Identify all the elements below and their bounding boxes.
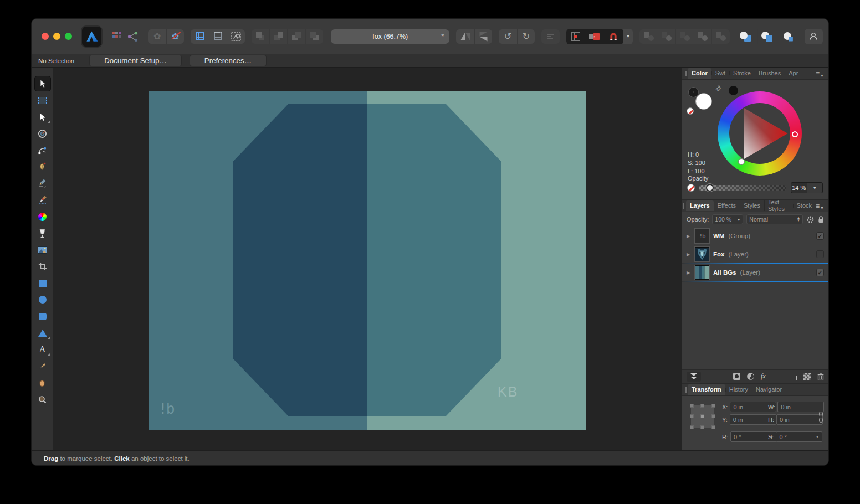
alignment-button[interactable]: [541, 29, 559, 44]
tab-brushes[interactable]: Brushes: [755, 68, 785, 79]
flip-horizontal-button[interactable]: [456, 29, 474, 44]
preferences-button[interactable]: Preferences…: [190, 55, 267, 66]
snapping-toggle-button[interactable]: [604, 29, 623, 44]
visibility-checkbox[interactable]: [816, 250, 824, 258]
rotate-cw-button[interactable]: ↻: [517, 29, 535, 44]
snap-grid-button[interactable]: [566, 29, 585, 44]
w-input[interactable]: 0 in: [777, 402, 824, 412]
layer-thumbnail[interactable]: !b: [695, 229, 709, 243]
designer-persona-button[interactable]: [82, 27, 101, 47]
style-picker-button[interactable]: ✿: [148, 29, 166, 44]
disclosure-icon[interactable]: ▶: [687, 234, 691, 239]
snap-options-dropdown[interactable]: ▼: [623, 29, 633, 44]
disclosure-icon[interactable]: ▶: [687, 252, 691, 257]
show-grid-button[interactable]: [191, 29, 208, 44]
picked-color-swatch[interactable]: [729, 86, 738, 95]
no-fill-icon[interactable]: [687, 107, 694, 115]
panel-menu-button[interactable]: ≡ ▼: [816, 70, 828, 78]
layer-row-fox[interactable]: ▶ Fox (Layer: [682, 245, 828, 264]
ellipse-tool[interactable]: [35, 292, 50, 307]
layer-name[interactable]: Fox: [713, 251, 724, 258]
fill-stroke-selector[interactable]: ⇄: [687, 86, 720, 114]
blend-mode-dropdown[interactable]: Normal ▲▼: [746, 214, 803, 224]
bool-divide-button[interactable]: [711, 29, 729, 44]
swap-colors-icon[interactable]: ⇄: [713, 83, 723, 93]
mask-layer-icon[interactable]: [733, 373, 740, 380]
artistic-text-tool[interactable]: A: [35, 342, 50, 357]
gear-icon[interactable]: [806, 215, 815, 224]
view-tool[interactable]: [35, 376, 50, 390]
layer-effects-button[interactable]: fx: [761, 372, 766, 380]
panel-grip[interactable]: [682, 203, 686, 209]
tab-swatches[interactable]: Swt: [711, 68, 729, 79]
panel-grip[interactable]: [682, 387, 688, 393]
move-to-front-button[interactable]: [252, 29, 269, 44]
vector-brush-tool[interactable]: [35, 193, 50, 207]
fill-swatch[interactable]: [695, 93, 712, 110]
visibility-checkbox[interactable]: ✓: [816, 232, 824, 240]
triangle-tool[interactable]: [35, 326, 50, 340]
bool-subtract-button[interactable]: [658, 29, 675, 44]
move-to-back-button[interactable]: [305, 29, 323, 44]
tab-text-styles[interactable]: Text Styles: [764, 197, 793, 214]
color-picker-tool[interactable]: [35, 359, 50, 373]
move-backward-button[interactable]: [287, 29, 305, 44]
tab-stroke[interactable]: Stroke: [729, 68, 755, 79]
tab-transform[interactable]: Transform: [688, 384, 725, 395]
opacity-slider-handle[interactable]: [706, 184, 714, 192]
layer-name[interactable]: All BGs: [713, 269, 736, 276]
document-setup-button[interactable]: Document Setup…: [89, 55, 182, 66]
panel-grip[interactable]: [682, 71, 688, 76]
layer-thumbnail[interactable]: [695, 265, 709, 280]
tab-effects[interactable]: Effects: [714, 200, 740, 211]
anchor-point-selector[interactable]: [691, 405, 714, 428]
link-dimensions-icon[interactable]: [819, 412, 823, 423]
tab-stock[interactable]: Stock: [793, 200, 816, 211]
insert-behind-button[interactable]: [736, 29, 754, 44]
adjustment-layer-icon[interactable]: [747, 373, 754, 380]
tab-appearance[interactable]: Apr: [785, 68, 802, 79]
bool-intersect-button[interactable]: [675, 29, 693, 44]
node-tool[interactable]: [35, 110, 50, 124]
flip-vertical-button[interactable]: [474, 29, 492, 44]
corner-tool[interactable]: [35, 143, 50, 157]
select-shapes-button[interactable]: [227, 29, 244, 44]
stroke-swatch[interactable]: [689, 88, 698, 97]
pixel-grid-button[interactable]: [209, 29, 227, 44]
h-input[interactable]: 0 in: [776, 414, 823, 425]
layer-name[interactable]: WM: [713, 233, 724, 239]
move-tool[interactable]: [35, 76, 50, 91]
layer-thumbnail[interactable]: [695, 247, 709, 261]
layer-row-wm[interactable]: ▶ !b WM (Group) ✓: [682, 227, 828, 245]
rectangle-tool[interactable]: [35, 276, 50, 290]
tab-navigator[interactable]: Navigator: [752, 384, 786, 395]
tab-color[interactable]: Color: [688, 68, 711, 79]
zoom-tool[interactable]: [35, 392, 50, 407]
move-by-pixels-button[interactable]: →: [585, 29, 604, 44]
tab-styles[interactable]: Styles: [740, 200, 764, 211]
lock-icon[interactable]: [818, 215, 824, 223]
fill-tool[interactable]: [35, 209, 50, 224]
trash-icon[interactable]: [817, 373, 824, 380]
pixel-persona-button[interactable]: [108, 29, 125, 44]
saturation-lightness-triangle[interactable]: [729, 103, 790, 164]
bool-add-button[interactable]: [639, 29, 657, 44]
vector-crop-tool[interactable]: [35, 259, 50, 274]
bool-xor-button[interactable]: [694, 29, 711, 44]
close-button[interactable]: [42, 33, 49, 40]
visibility-checkbox[interactable]: ✓: [816, 269, 824, 276]
tab-history[interactable]: History: [725, 384, 752, 395]
opacity-value-box[interactable]: 14 % ▼: [791, 182, 823, 193]
new-layer-icon[interactable]: [791, 373, 797, 380]
tab-layers[interactable]: Layers: [686, 200, 713, 211]
document-canvas[interactable]: !b KB: [149, 91, 586, 430]
pen-tool[interactable]: [35, 160, 50, 174]
no-opacity-icon[interactable]: [687, 184, 695, 192]
canvas-viewport[interactable]: !b KB: [53, 68, 682, 450]
zoom-window-button[interactable]: [65, 33, 72, 40]
pencil-tool[interactable]: [35, 176, 50, 191]
sl-selector[interactable]: [738, 158, 745, 165]
opacity-slider[interactable]: [699, 185, 786, 191]
insert-on-top-button[interactable]: [757, 29, 775, 44]
panel-menu-button[interactable]: ≡ ▼: [816, 202, 828, 210]
